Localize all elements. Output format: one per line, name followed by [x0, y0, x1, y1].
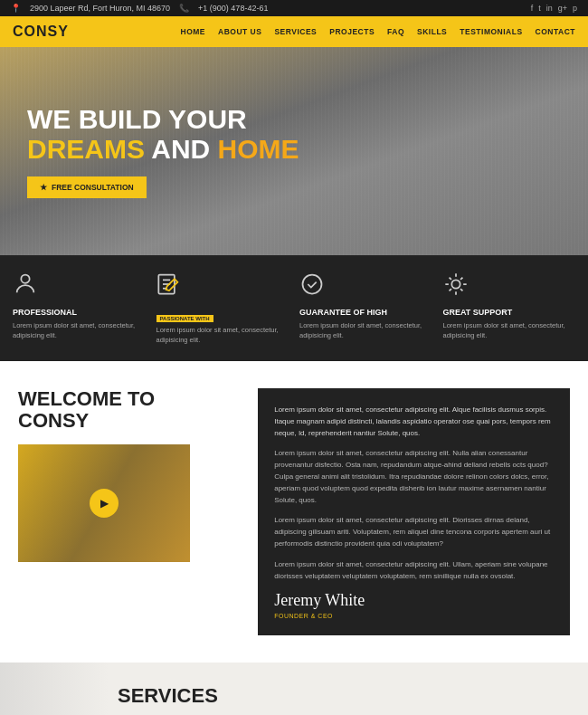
play-button[interactable]: ▶ — [90, 489, 119, 518]
facebook-icon[interactable]: f — [531, 4, 534, 13]
feature-professional-title: PROFESSIONAL — [13, 308, 146, 317]
nav-services[interactable]: SERVICES — [274, 27, 317, 36]
passionate-icon — [156, 272, 289, 302]
nav-faq[interactable]: FAQ — [387, 27, 404, 36]
feature-guarantee-title: GUARANTEE OF HIGH — [299, 308, 432, 317]
top-bar: 📍 2900 Lapeer Rd, Fort Huron, MI 48670 📞… — [0, 0, 588, 16]
phone-icon: 📞 — [179, 4, 189, 13]
google-icon[interactable]: g+ — [558, 4, 567, 13]
feature-guarantee: GUARANTEE OF HIGH Lorem ipsum dolor sit … — [299, 272, 432, 345]
pinterest-icon[interactable]: p — [573, 4, 577, 13]
feature-guarantee-desc: Lorem ipsum dolor sit amet, consectetur,… — [299, 321, 432, 340]
welcome-intro: Lorem ipsum dolor sit amet, consectetur … — [274, 405, 554, 439]
star-icon: ★ — [40, 183, 47, 192]
consultation-button[interactable]: ★ FREE CONSULTATION — [27, 176, 147, 198]
nav-about[interactable]: ABOUT US — [218, 27, 261, 36]
address-icon: 📍 — [11, 4, 21, 13]
nav-testimonials[interactable]: TESTIMONIALS — [460, 27, 522, 36]
feature-support: GREAT SUPPORT Lorem ipsum dolor sit amet… — [443, 272, 576, 345]
social-links: f t in g+ p — [531, 4, 577, 13]
linkedin-icon[interactable]: in — [546, 4, 553, 13]
svg-point-5 — [303, 275, 322, 294]
welcome-heading: WELCOME TO CONSY — [18, 388, 258, 432]
twitter-icon[interactable]: t — [538, 4, 541, 13]
feature-support-desc: Lorem ipsum dolor sit amet, consectetur,… — [443, 321, 576, 340]
video-thumbnail[interactable]: ▶ — [18, 444, 190, 562]
welcome-section: WELCOME TO CONSY ▶ Lorem ipsum dolor sit… — [0, 361, 588, 663]
nav-projects[interactable]: PROJECTS — [329, 27, 375, 36]
nav-contact[interactable]: CONTACT — [536, 27, 575, 36]
support-icon — [443, 272, 576, 302]
address-text: 2900 Lapeer Rd, Fort Huron, MI 48670 — [30, 4, 170, 13]
guarantee-icon — [299, 272, 432, 302]
welcome-right: Lorem ipsum dolor sit amet, consectetur … — [258, 388, 570, 635]
hero-heading: WE BUILD YOUR DREAMS AND HOME — [27, 104, 299, 164]
ceo-signature: Jeremy White — [274, 591, 554, 610]
welcome-p1: Lorem ipsum dolor sit amet, consectetur … — [274, 448, 554, 506]
nav-skills[interactable]: SKILLS — [417, 27, 447, 36]
welcome-p3: Lorem ipsum dolor sit amet, consectetur … — [274, 559, 554, 583]
welcome-left: WELCOME TO CONSY ▶ — [18, 388, 258, 562]
welcome-p2: Lorem ipsum dolor sit amet, consectetur … — [274, 515, 554, 549]
services-heading: SERVICES — [18, 684, 570, 708]
hero-section: WE BUILD YOUR DREAMS AND HOME ★ FREE CON… — [0, 47, 588, 255]
professional-icon — [13, 272, 146, 302]
svg-point-6 — [451, 280, 460, 288]
nav-links: HOME ABOUT US SERVICES PROJECTS FAQ SKIL… — [181, 27, 575, 36]
site-logo[interactable]: CONSY — [13, 24, 69, 40]
feature-professional: PROFESSIONAL Lorem ipsum dolor sit amet,… — [13, 272, 146, 345]
phone-text: +1 (900) 478-42-61 — [198, 4, 268, 13]
feature-passionate-desc: Lorem ipsum dolor sit amet, consectetur,… — [156, 326, 289, 345]
nav-home[interactable]: HOME — [181, 27, 206, 36]
hero-content: WE BUILD YOUR DREAMS AND HOME ★ FREE CON… — [27, 104, 299, 198]
svg-point-0 — [21, 275, 29, 283]
features-bar: PROFESSIONAL Lorem ipsum dolor sit amet,… — [0, 255, 588, 361]
feature-professional-desc: Lorem ipsum dolor sit amet, consectetur,… — [13, 321, 146, 340]
passionate-badge: PASSIONATE WITH — [156, 315, 213, 322]
feature-passionate: PASSIONATE WITH Lorem ipsum dolor sit am… — [156, 272, 289, 345]
top-bar-contact: 📍 2900 Lapeer Rd, Fort Huron, MI 48670 📞… — [11, 4, 268, 13]
feature-support-title: GREAT SUPPORT — [443, 308, 576, 317]
founder-label: FOUNDER & CEO — [274, 613, 554, 619]
main-nav: CONSY HOME ABOUT US SERVICES PROJECTS FA… — [0, 16, 588, 47]
services-section: SERVICES CONSTRUCTION RENOVAT — [0, 663, 588, 715]
